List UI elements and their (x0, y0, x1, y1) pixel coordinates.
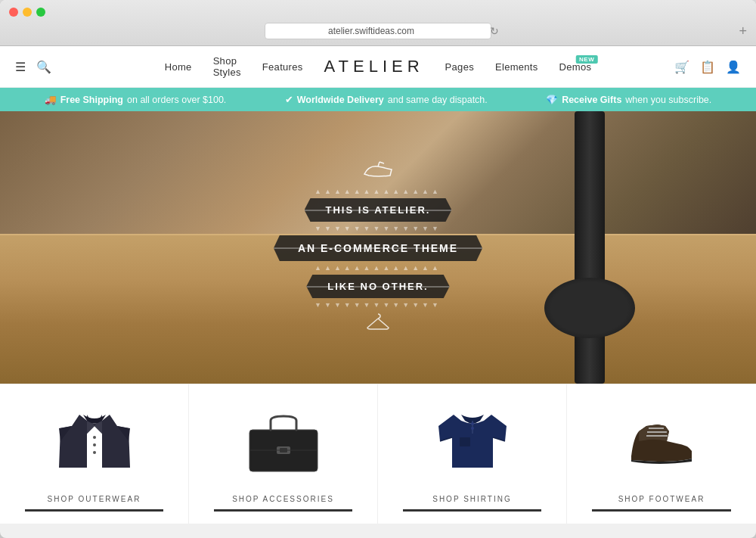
category-bar-outerwear (25, 509, 163, 512)
ribbon-line-2: AN E-COMMERCE THEME (274, 235, 482, 261)
ribbon-deco-mid1: ▼▼▼▼▼▼▼▼▼▼▼▼▼ (314, 225, 442, 232)
category-outerwear[interactable]: SHOP OUTERWEAR (0, 384, 189, 524)
nav-link-home[interactable]: Home (154, 61, 203, 73)
ribbon-deco-top: ▲▲▲▲▲▲▲▲▲▲▲▲▲ (314, 188, 442, 195)
brand-logo[interactable]: ATELIER (314, 57, 435, 76)
svg-point-1 (93, 443, 96, 446)
minimize-button[interactable] (23, 8, 32, 17)
category-label-outerwear: SHOP OUTERWEAR (48, 495, 141, 503)
gifts-info: 💎 Receive Gifts when you subscribe. (546, 94, 711, 105)
svg-point-0 (93, 436, 96, 439)
hamburger-icon[interactable]: ☰ (15, 60, 26, 74)
shirting-image (423, 400, 522, 483)
ribbon-text-2: AN E-COMMERCE THEME (274, 235, 482, 261)
ribbon-line-1: THIS IS ATELIER. (305, 198, 452, 222)
nav-link-shop-styles[interactable]: Shop Styles (203, 55, 252, 78)
category-accessories[interactable]: SHOP ACCESSORIES (189, 384, 378, 524)
maximize-button[interactable] (36, 8, 45, 17)
browser-controls (9, 8, 747, 17)
nav-link-features[interactable]: Features (252, 61, 314, 73)
address-bar[interactable]: atelier.swiftideas.com (265, 23, 491, 39)
cart-icon[interactable]: 🛒 (674, 60, 689, 74)
shipping-info: 🚚 Free Shipping on all orders over $100. (45, 94, 227, 105)
ribbon-deco-mid2: ▲▲▲▲▲▲▲▲▲▲▲▲▲ (314, 264, 442, 272)
outerwear-image (45, 400, 144, 483)
refresh-button[interactable]: ↻ (490, 25, 499, 37)
svg-point-10 (471, 427, 474, 430)
search-icon[interactable]: 🔍 (36, 60, 51, 74)
browser-chrome: atelier.swiftideas.com ↻ + (0, 0, 756, 46)
site-content: ☰ 🔍 Home Shop Styles Features ATELIER Pa… (0, 46, 756, 524)
top-navigation: ☰ 🔍 Home Shop Styles Features ATELIER Pa… (0, 46, 756, 88)
browser-window: atelier.swiftideas.com ↻ + ☰ 🔍 Home Shop… (0, 0, 756, 538)
account-icon[interactable]: 👤 (726, 60, 741, 74)
ribbon-container: ▲▲▲▲▲▲▲▲▲▲▲▲▲ THIS IS ATELIER. ▼▼▼▼▼▼▼▼▼… (274, 160, 482, 335)
nav-link-pages[interactable]: Pages (435, 61, 485, 73)
nav-left: ☰ 🔍 (15, 60, 51, 74)
ribbon-deco-bot: ▼▼▼▼▼▼▼▼▼▼▼▼▼ (314, 301, 442, 309)
category-footwear[interactable]: SHOP FOOTWEAR (567, 384, 756, 524)
info-bar: 🚚 Free Shipping on all orders over $100.… (0, 88, 756, 111)
shoe-icon (363, 160, 393, 184)
category-bar-accessories (214, 509, 352, 512)
new-tab-button[interactable]: + (739, 24, 747, 38)
category-label-footwear: SHOP FOOTWEAR (618, 495, 705, 503)
category-shirting[interactable]: SHOP SHIRTING (378, 384, 567, 524)
nav-link-demos[interactable]: Demos NEW (549, 61, 603, 73)
ribbon-text-1: THIS IS ATELIER. (305, 198, 452, 222)
demos-new-badge: NEW (576, 55, 597, 64)
svg-point-2 (93, 451, 96, 454)
category-label-shirting: SHOP SHIRTING (432, 495, 512, 503)
category-bar-shirting (403, 509, 541, 512)
footwear-image (612, 400, 711, 483)
hero-section: ▲▲▲▲▲▲▲▲▲▲▲▲▲ THIS IS ATELIER. ▼▼▼▼▼▼▼▼▼… (0, 111, 756, 384)
hanger-icon (366, 313, 390, 335)
hero-overlay: ▲▲▲▲▲▲▲▲▲▲▲▲▲ THIS IS ATELIER. ▼▼▼▼▼▼▼▼▼… (0, 111, 756, 384)
ribbon-text-3: LIKE NO OTHER. (306, 275, 449, 298)
nav-center-links: Home Shop Styles Features ATELIER Pages … (154, 55, 603, 78)
wishlist-icon[interactable]: 📋 (700, 60, 715, 74)
close-button[interactable] (9, 8, 18, 17)
ribbon-line-3: LIKE NO OTHER. (306, 275, 449, 298)
category-label-accessories: SHOP ACCESSORIES (232, 495, 334, 503)
delivery-info: ✔ Worldwide Delivery and same day dispat… (285, 94, 488, 105)
address-bar-row: atelier.swiftideas.com ↻ + (9, 23, 747, 39)
accessories-image (234, 400, 333, 483)
shop-categories: SHOP OUTERWEAR (0, 384, 756, 524)
svg-rect-11 (460, 437, 470, 446)
nav-link-elements[interactable]: Elements (485, 61, 549, 73)
category-bar-footwear (592, 509, 731, 512)
svg-point-9 (471, 422, 474, 425)
nav-right: 🛒 📋 👤 (674, 60, 741, 74)
